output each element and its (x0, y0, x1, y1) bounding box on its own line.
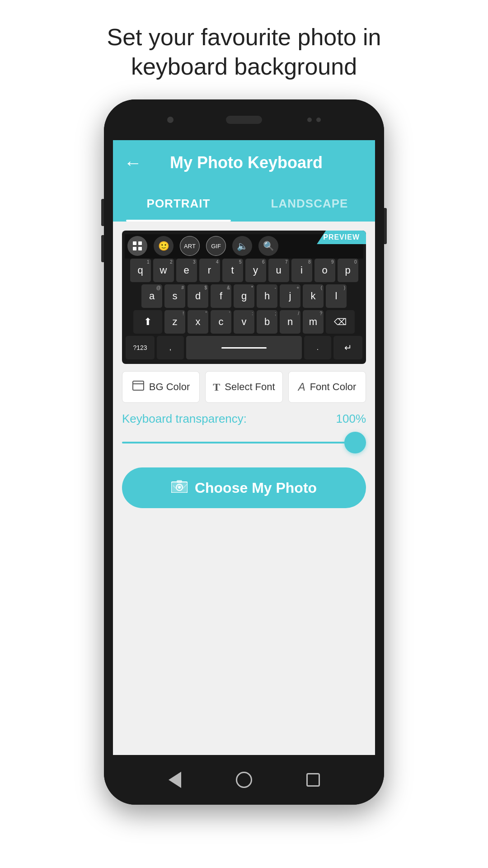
phone-top-bezel (104, 99, 384, 140)
gif-icon[interactable]: GIF (206, 236, 226, 256)
choose-photo-label: Choose My Photo (195, 480, 317, 496)
tab-landscape[interactable]: LANDSCAPE (244, 185, 375, 222)
key-o[interactable]: 9o (314, 259, 335, 282)
key-u[interactable]: 7u (268, 259, 289, 282)
tab-underline (126, 220, 231, 222)
options-row: BG Color T Select Font A Font Color (122, 371, 366, 403)
key-p[interactable]: 0p (338, 259, 358, 282)
tabs-container: PORTRAIT LANDSCAPE (113, 185, 375, 222)
key-m[interactable]: ?m (303, 310, 324, 334)
navigation-bar (104, 755, 384, 805)
choose-photo-button[interactable]: Choose My Photo (122, 467, 366, 508)
app-bar: ← My Photo Keyboard (113, 140, 375, 185)
key-r[interactable]: 4r (199, 259, 220, 282)
transparency-section: Keyboard transparency: 100% (122, 412, 366, 454)
tab-portrait-label: PORTRAIT (147, 197, 211, 211)
comma-key[interactable]: , (157, 336, 184, 359)
key-j[interactable]: +j (280, 284, 300, 308)
phone-shell: ← My Photo Keyboard PORTRAIT LANDSCAPE P… (104, 99, 384, 805)
audio-icon[interactable]: 🔈 (232, 236, 252, 256)
font-color-icon: A (298, 381, 305, 393)
keyboard-row-1: 1q 2w 3e 4r 5t 6y 7u 8i 9o 0p (126, 259, 362, 282)
select-font-button[interactable]: T Select Font (205, 371, 283, 403)
slider-track (122, 442, 366, 443)
key-z[interactable]: !z (164, 310, 185, 334)
svg-rect-0 (133, 241, 136, 245)
speaker-grille-icon (226, 116, 262, 124)
slider-thumb[interactable] (344, 432, 366, 453)
keyboard-row-2: @a #s $d &f *g -h +j (k )l (126, 284, 362, 308)
key-l[interactable]: )l (326, 284, 347, 308)
nav-back-button[interactable] (165, 770, 185, 790)
sensor2-icon (316, 118, 321, 122)
svg-rect-2 (133, 247, 136, 250)
nav-home-icon (236, 772, 252, 788)
back-button[interactable]: ← (124, 153, 142, 173)
power-button[interactable] (384, 208, 387, 244)
key-k[interactable]: (k (303, 284, 324, 308)
keyboard-row-4: ?123 , . ↵ (126, 336, 362, 359)
key-e[interactable]: 3e (176, 259, 197, 282)
shift-key[interactable]: ⬆ (133, 310, 162, 334)
volume-down-button[interactable] (101, 235, 104, 262)
key-c[interactable]: 'c (211, 310, 231, 334)
key-q[interactable]: 1q (130, 259, 151, 282)
transparency-slider[interactable] (122, 431, 366, 454)
enter-key[interactable]: ↵ (333, 336, 362, 359)
sensor-icon (307, 118, 312, 122)
nav-home-button[interactable] (234, 770, 254, 790)
keyboard-rows: 1q 2w 3e 4r 5t 6y 7u 8i 9o 0p (125, 259, 363, 359)
key-n[interactable]: /n (280, 310, 300, 334)
select-font-label: Select Font (225, 381, 275, 393)
num-key[interactable]: ?123 (126, 336, 155, 359)
svg-point-8 (178, 486, 181, 489)
nav-back-icon (169, 772, 181, 788)
select-font-icon: T (213, 381, 220, 393)
space-key[interactable] (186, 336, 302, 359)
svg-rect-4 (133, 381, 144, 390)
app-bar-title: My Photo Keyboard (151, 153, 342, 172)
transparency-value: 100% (336, 412, 366, 426)
svg-rect-1 (138, 241, 142, 245)
font-color-button[interactable]: A Font Color (288, 371, 366, 403)
key-h[interactable]: -h (257, 284, 277, 308)
emoji-icon[interactable]: 🙂 (154, 236, 174, 256)
key-w[interactable]: 2w (153, 259, 174, 282)
font-color-label: Font Color (310, 381, 357, 393)
backspace-key[interactable]: ⌫ (326, 310, 355, 334)
choose-photo-icon (171, 479, 188, 496)
key-i[interactable]: 8i (291, 259, 312, 282)
key-f[interactable]: &f (211, 284, 231, 308)
svg-rect-3 (138, 247, 142, 250)
key-a[interactable]: @a (141, 284, 162, 308)
keyboard-preview: PREVIEW 🙂 ART (122, 231, 366, 364)
keyboard-image: 🙂 ART GIF 🔈 🔍 1q 2w 3e 4r 5t (122, 231, 366, 364)
period-key[interactable]: . (304, 336, 331, 359)
key-v[interactable]: :v (234, 310, 254, 334)
key-g[interactable]: *g (234, 284, 254, 308)
bg-color-label: BG Color (149, 381, 190, 393)
key-t[interactable]: 5t (222, 259, 243, 282)
tab-portrait[interactable]: PORTRAIT (113, 185, 244, 222)
art-icon[interactable]: ART (180, 236, 200, 256)
key-d[interactable]: $d (188, 284, 208, 308)
search-icon[interactable]: 🔍 (258, 236, 278, 256)
nav-recents-button[interactable] (303, 770, 323, 790)
key-s[interactable]: #s (164, 284, 185, 308)
phone-screen: ← My Photo Keyboard PORTRAIT LANDSCAPE P… (113, 140, 375, 755)
front-camera-icon (167, 117, 174, 123)
keyboard-row-3: ⬆ !z "x 'c :v ;b /n ?m ⌫ (126, 310, 362, 334)
transparency-header: Keyboard transparency: 100% (122, 412, 366, 426)
keyboard-grid-icon[interactable] (127, 236, 147, 256)
volume-up-button[interactable] (101, 199, 104, 226)
tab-landscape-label: LANDSCAPE (271, 197, 348, 211)
page-title: Set your favourite photo in keyboard bac… (63, 23, 425, 81)
key-b[interactable]: ;b (257, 310, 277, 334)
content-area: PREVIEW 🙂 ART (113, 222, 375, 755)
nav-recents-icon (306, 773, 320, 787)
bg-color-icon (132, 380, 145, 394)
key-x[interactable]: "x (188, 310, 208, 334)
key-y[interactable]: 6y (245, 259, 266, 282)
bg-color-button[interactable]: BG Color (122, 371, 200, 403)
transparency-label: Keyboard transparency: (122, 412, 247, 426)
